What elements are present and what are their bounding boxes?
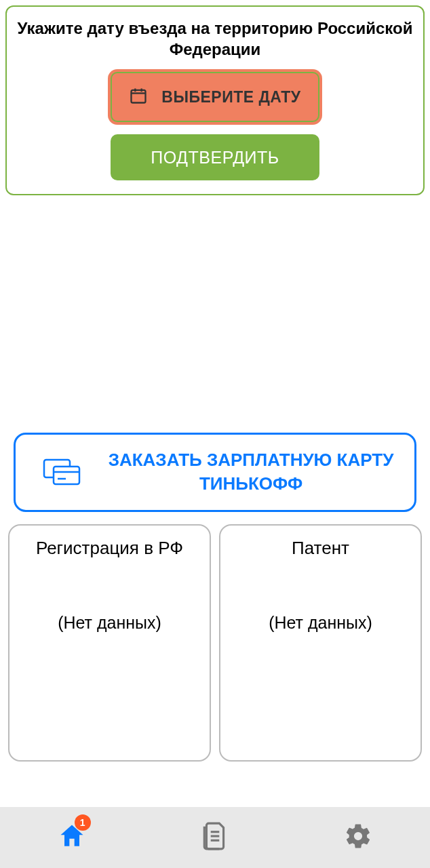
spacer [5, 209, 425, 433]
entry-date-card: Укажите дату въезда на территорию Россий… [5, 5, 425, 195]
home-badge: 1 [75, 814, 91, 831]
svg-rect-0 [132, 90, 146, 103]
select-date-label: ВЫБЕРИТЕ ДАТУ [161, 88, 300, 106]
patent-card-title: Патент [227, 538, 414, 559]
calendar-icon [129, 86, 148, 108]
svg-rect-5 [54, 467, 79, 484]
bottom-navigation: 1 [0, 807, 430, 868]
credit-cards-icon [43, 456, 81, 488]
select-date-button[interactable]: ВЫБЕРИТЕ ДАТУ [111, 72, 319, 122]
order-card-label: ЗАКАЗАТЬ ЗАРПЛАТНУЮ КАРТУ ТИНЬКОФФ [101, 448, 401, 496]
nav-settings[interactable] [338, 817, 378, 858]
registration-card-title: Регистрация в РФ [16, 538, 203, 559]
patent-card[interactable]: Патент (Нет данных) [219, 524, 422, 762]
entry-card-title: Укажите дату въезда на территорию Россий… [15, 18, 415, 60]
confirm-button-label: ПОДТВЕРДИТЬ [151, 148, 279, 167]
main-content: Укажите дату въезда на территорию Россий… [0, 0, 430, 807]
registration-card-value: (Нет данных) [16, 613, 203, 633]
registration-card[interactable]: Регистрация в РФ (Нет данных) [8, 524, 211, 762]
gear-icon [344, 822, 372, 853]
nav-documents[interactable] [195, 817, 235, 858]
patent-card-value: (Нет данных) [227, 613, 414, 633]
confirm-button[interactable]: ПОДТВЕРДИТЬ [111, 134, 319, 180]
info-cards-row: Регистрация в РФ (Нет данных) Патент (Не… [5, 524, 425, 762]
order-tinkoff-card-button[interactable]: ЗАКАЗАТЬ ЗАРПЛАТНУЮ КАРТУ ТИНЬКОФФ [14, 433, 416, 511]
nav-home[interactable]: 1 [52, 817, 92, 858]
document-icon [201, 821, 229, 854]
